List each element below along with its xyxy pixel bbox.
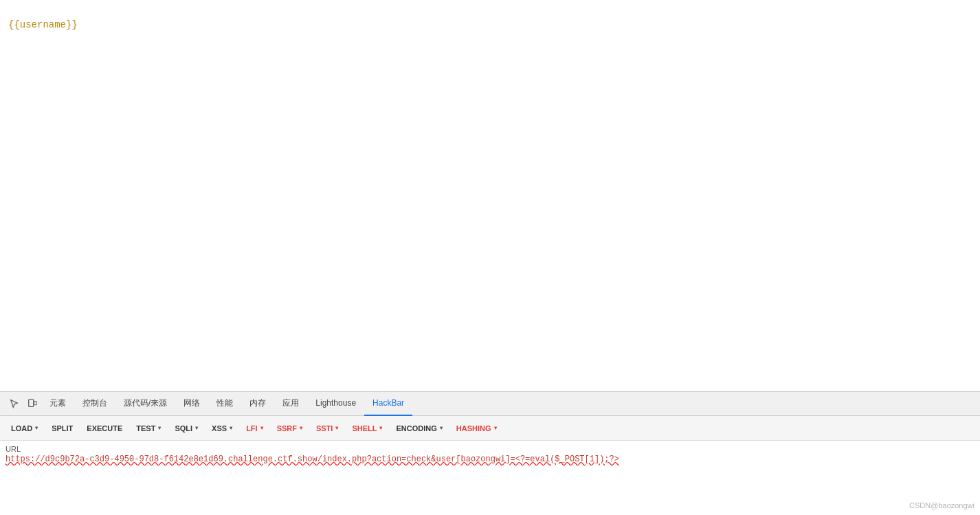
load-dropdown-chevron: ▾: [35, 425, 38, 431]
template-variable: {{username}}: [8, 19, 78, 30]
xss-dropdown-chevron: ▾: [230, 425, 232, 431]
test-button[interactable]: TEST ▾: [131, 422, 166, 435]
encoding-dropdown-chevron: ▾: [440, 425, 443, 431]
load-button[interactable]: LOAD ▾: [5, 422, 43, 435]
lfi-button[interactable]: LFI ▾: [241, 422, 269, 435]
inspect-element-icon[interactable]: [5, 396, 23, 411]
watermark: CSDN@baozongwi: [909, 501, 975, 509]
ssti-dropdown-chevron: ▾: [335, 425, 338, 431]
url-label: URL: [5, 445, 975, 453]
ssrf-dropdown-chevron: ▾: [300, 425, 302, 431]
tab-lighthouse[interactable]: Lighthouse: [307, 392, 364, 416]
device-toggle-icon[interactable]: [23, 396, 41, 411]
sqli-dropdown-chevron: ▾: [195, 425, 198, 431]
tab-console[interactable]: 控制台: [74, 392, 115, 416]
tab-network[interactable]: 网络: [175, 392, 208, 416]
svg-rect-0: [29, 399, 34, 407]
ssti-button[interactable]: SSTI ▾: [311, 422, 344, 435]
tab-elements[interactable]: 元素: [41, 392, 74, 416]
hashing-dropdown-chevron: ▾: [494, 425, 497, 431]
xss-button[interactable]: XSS ▾: [206, 422, 238, 435]
hashing-button[interactable]: HASHING ▾: [451, 422, 502, 435]
tab-memory[interactable]: 内存: [241, 392, 274, 416]
split-button[interactable]: SPLIT: [46, 422, 78, 435]
ssrf-button[interactable]: SSRF ▾: [271, 422, 308, 435]
shell-button[interactable]: SHELL ▾: [346, 422, 388, 435]
execute-button[interactable]: EXECUTE: [81, 422, 128, 435]
devtools-panel: 元素 控制台 源代码/来源 网络 性能 内存 应用 Lighthouse Hac…: [0, 391, 980, 515]
tab-hackbar[interactable]: HackBar: [364, 392, 412, 416]
devtools-tab-bar: 元素 控制台 源代码/来源 网络 性能 内存 应用 Lighthouse Hac…: [0, 392, 980, 416]
tab-application[interactable]: 应用: [274, 392, 307, 416]
hackbar-url-section: URL https://d9c9b72a-c3d9-4950-97d8-f614…: [0, 441, 980, 515]
sqli-button[interactable]: SQLI ▾: [169, 422, 203, 435]
tab-performance[interactable]: 性能: [208, 392, 241, 416]
tab-sources[interactable]: 源代码/来源: [115, 392, 175, 416]
test-dropdown-chevron: ▾: [158, 425, 161, 431]
lfi-dropdown-chevron: ▾: [260, 425, 263, 431]
shell-dropdown-chevron: ▾: [379, 425, 382, 431]
page-content: {{username}}: [0, 0, 980, 392]
encoding-button[interactable]: ENCODING ▾: [390, 422, 447, 435]
hackbar-toolbar: LOAD ▾ SPLIT EXECUTE TEST ▾ SQLI ▾ XSS ▾: [0, 416, 980, 441]
url-value[interactable]: https://d9c9b72a-c3d9-4950-97d8-f6142e8e…: [5, 454, 975, 464]
svg-rect-1: [34, 402, 37, 405]
